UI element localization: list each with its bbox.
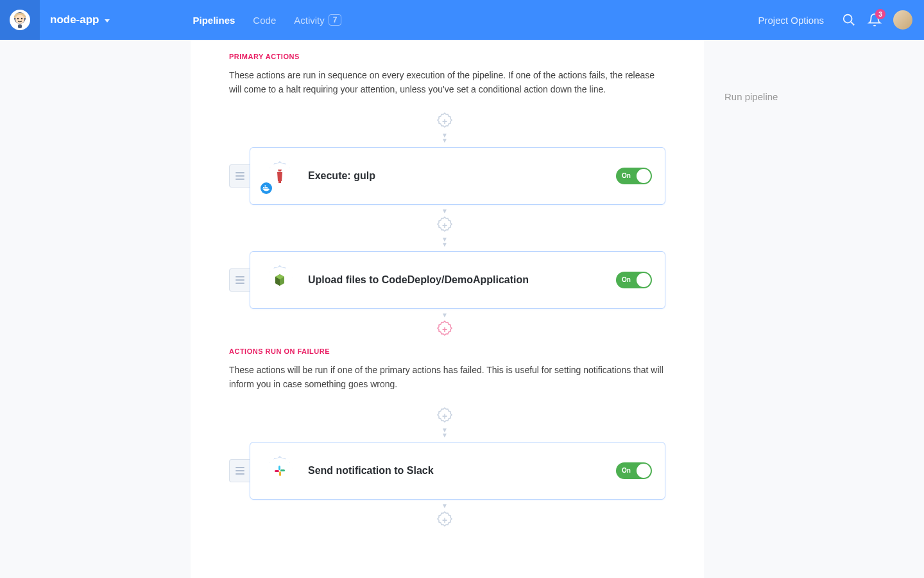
nav-activity[interactable]: Activity 7: [294, 14, 341, 26]
chevron-down-icon: ▼: [441, 138, 448, 143]
failure-section: ACTIONS RUN ON FAILURE These actions wil…: [229, 347, 665, 392]
add-action-connector: ▼ +: [224, 313, 665, 341]
add-failure-action-button[interactable]: +: [434, 319, 455, 340]
toggle-label: On: [622, 467, 631, 474]
action-toggle[interactable]: On: [616, 272, 652, 288]
action-row-slack: Send notification to Slack On: [229, 442, 665, 500]
action-card-gulp[interactable]: Execute: gulp On: [250, 147, 665, 205]
action-title: Execute: gulp: [308, 170, 604, 182]
action-row-codedeploy: Upload files to CodeDeploy/DemoApplicati…: [229, 251, 665, 309]
add-action-connector: + ▼ ▼: [224, 405, 665, 438]
drag-handle[interactable]: [229, 164, 250, 188]
aws-codedeploy-icon: [267, 267, 293, 293]
main-nav: Pipelines Code Activity 7: [193, 14, 342, 26]
chevron-down-icon: ▼: [441, 504, 448, 509]
buddy-logo-icon: [9, 9, 31, 31]
notifications-button[interactable]: 3: [868, 13, 882, 27]
chevron-down-icon: ▼: [441, 313, 448, 318]
action-title: Send notification to Slack: [308, 465, 604, 477]
drag-handle[interactable]: [229, 268, 250, 292]
svg-rect-13: [278, 466, 280, 470]
svg-rect-16: [275, 470, 279, 472]
toggle-knob: [637, 273, 651, 287]
project-options[interactable]: Project Options: [758, 15, 824, 26]
failure-actions-description: These actions will be run if one of the …: [229, 363, 665, 392]
action-title: Upload files to CodeDeploy/DemoApplicati…: [308, 274, 604, 286]
svg-rect-5: [18, 24, 22, 28]
project-name-label: node-app: [50, 13, 99, 26]
plus-icon: +: [442, 411, 447, 421]
nav-activity-label: Activity: [294, 15, 325, 26]
svg-rect-9: [263, 187, 264, 188]
search-button[interactable]: [842, 13, 856, 27]
slack-icon: [267, 458, 293, 484]
action-icon-wrapper: [263, 454, 296, 487]
action-icon-wrapper: [263, 159, 296, 193]
docker-badge-icon: [261, 182, 272, 194]
add-action-button[interactable]: +: [434, 215, 455, 236]
header-actions: 3: [842, 10, 912, 30]
svg-point-3: [17, 18, 19, 19]
left-gutter: [0, 40, 191, 578]
add-action-connector: + ▼ ▼: [224, 110, 665, 143]
main-layout: PRIMARY ACTIONS These actions are run in…: [0, 40, 924, 578]
plus-icon: +: [442, 220, 447, 231]
nav-pipelines[interactable]: Pipelines: [193, 14, 235, 26]
svg-point-6: [844, 15, 852, 23]
user-avatar[interactable]: [893, 10, 912, 30]
svg-rect-11: [266, 187, 268, 188]
notifications-count: 3: [875, 9, 886, 19]
toggle-knob: [637, 169, 651, 183]
chevron-down-icon: ▼: [441, 209, 448, 214]
activity-count-badge: 7: [329, 14, 342, 26]
run-pipeline-button[interactable]: Run pipeline: [724, 91, 911, 102]
action-card-slack[interactable]: Send notification to Slack On: [250, 442, 665, 500]
svg-rect-8: [278, 181, 281, 183]
svg-point-4: [21, 18, 22, 19]
svg-rect-12: [265, 185, 266, 186]
project-selector[interactable]: node-app: [50, 13, 110, 26]
add-action-connector: ▼ +: [224, 504, 665, 532]
nav-code[interactable]: Code: [253, 14, 276, 26]
svg-rect-15: [279, 471, 281, 476]
plus-icon: +: [442, 116, 447, 127]
toggle-knob: [637, 464, 651, 478]
action-card-codedeploy[interactable]: Upload files to CodeDeploy/DemoApplicati…: [250, 251, 665, 309]
toggle-label: On: [622, 276, 631, 283]
app-logo[interactable]: [0, 0, 40, 40]
action-toggle[interactable]: On: [616, 168, 652, 184]
toggle-label: On: [622, 172, 631, 179]
svg-line-7: [851, 22, 855, 26]
primary-actions-description: These actions are run in sequence on eve…: [229, 68, 665, 97]
chevron-down-icon: ▼: [441, 433, 448, 438]
action-icon-wrapper: [263, 263, 296, 297]
chevron-down-icon: ▼: [441, 242, 448, 247]
add-action-button[interactable]: +: [434, 510, 455, 530]
add-action-connector: ▼ + ▼ ▼: [224, 209, 665, 247]
svg-rect-14: [280, 469, 285, 471]
search-icon: [842, 13, 856, 27]
right-sidebar: Run pipeline: [704, 40, 924, 578]
add-action-button[interactable]: +: [434, 406, 455, 426]
svg-rect-10: [265, 187, 266, 188]
plus-icon: +: [442, 324, 447, 335]
action-row-gulp: Execute: gulp On: [229, 147, 665, 205]
failure-actions-heading: ACTIONS RUN ON FAILURE: [229, 347, 665, 355]
plus-icon: +: [442, 515, 447, 525]
add-action-button[interactable]: +: [434, 111, 455, 132]
action-toggle[interactable]: On: [616, 462, 652, 479]
caret-down-icon: [105, 19, 110, 22]
pipeline-content: PRIMARY ACTIONS These actions are run in…: [191, 40, 704, 578]
top-header: node-app Pipelines Code Activity 7 Proje…: [0, 0, 924, 40]
drag-handle[interactable]: [229, 459, 250, 482]
primary-actions-heading: PRIMARY ACTIONS: [229, 53, 665, 60]
svg-point-2: [15, 15, 24, 24]
